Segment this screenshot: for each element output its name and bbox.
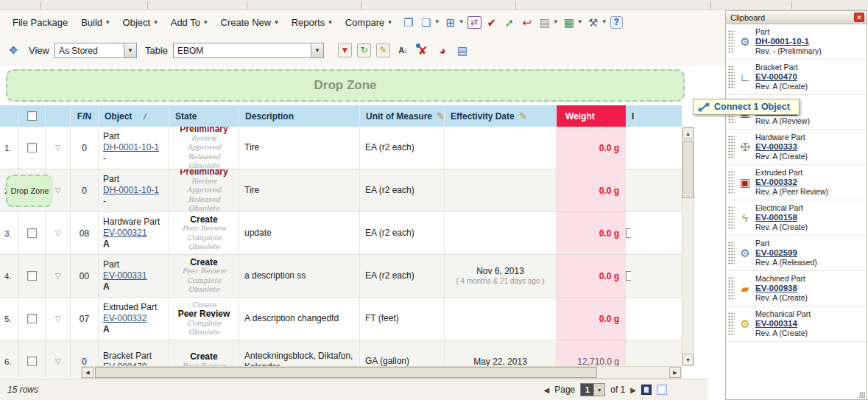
table-select[interactable]: EBOM ▼	[173, 43, 324, 58]
table-select-arrow-icon[interactable]: ▼	[311, 43, 323, 57]
column-header-object[interactable]: Object/	[99, 105, 169, 127]
clipboard-item[interactable]: ∟Bracket PartEV-000470Rev. A (Create)	[726, 60, 867, 95]
export-icon[interactable]: ▦	[562, 15, 576, 29]
menu-item-file-package[interactable]: File Package	[6, 14, 74, 31]
drag-handle[interactable]	[728, 136, 735, 158]
column-header-state[interactable]: State	[169, 105, 239, 127]
swap-icon[interactable]: ⇄	[467, 16, 481, 29]
drop-zone[interactable]: Drop Zone	[6, 69, 685, 102]
row-checkbox[interactable]	[27, 314, 37, 323]
menu-item-add-to[interactable]: Add To▾	[164, 14, 214, 31]
clipboard-item-id-link[interactable]: EV-002599	[755, 248, 817, 258]
chevron-down-icon[interactable]: ▼	[601, 15, 607, 29]
object-id-link[interactable]: DH-0001-10-1	[103, 142, 159, 153]
column-settings-icon[interactable]: ▤	[455, 43, 470, 57]
clipboard-item-id-link[interactable]: EV-000332	[755, 178, 828, 187]
undo-arrow-icon[interactable]: ↩	[520, 15, 534, 29]
resize-grip[interactable]	[859, 392, 865, 398]
pager-prev-icon[interactable]: ◀	[544, 386, 550, 394]
row-checkbox[interactable]	[27, 357, 37, 366]
scroll-left-icon[interactable]: ◀	[82, 367, 93, 378]
row-drop-zone-cell[interactable]: Drop Zone	[6, 175, 53, 207]
drag-handle[interactable]	[728, 171, 735, 194]
chevron-down-icon[interactable]: ▼	[459, 15, 465, 29]
vertical-scroll-thumb[interactable]	[682, 141, 694, 198]
column-header-fn[interactable]: F/N	[71, 105, 99, 127]
pin-icon[interactable]: ✘	[415, 43, 430, 57]
clipboard-item[interactable]: ▣Extruded PartEV-000332Rev. A (Peer Revi…	[726, 165, 867, 200]
table-horizontal-scrollbar[interactable]: ◀ ▶	[81, 366, 682, 379]
pager-next-icon[interactable]: ▶	[630, 386, 636, 394]
copy-icon[interactable]: ❏	[419, 15, 434, 29]
table-vertical-scrollbar[interactable]: ▲ ▼	[682, 127, 694, 366]
column-header-partial[interactable]: I	[626, 105, 635, 127]
select-all-checkbox[interactable]	[27, 111, 37, 121]
chevron-down-icon[interactable]: ▼	[553, 15, 559, 29]
row-menu-icon[interactable]: ▽	[46, 212, 71, 254]
row-checkbox[interactable]	[27, 143, 37, 152]
clipboard-item-id-link[interactable]: DH-0001-10-1	[755, 37, 822, 46]
column-header-rowmenu[interactable]	[46, 105, 71, 127]
redo-arrow-icon[interactable]: ➚	[502, 15, 517, 29]
sort-az-icon[interactable]: A↓	[395, 43, 410, 57]
object-id-link[interactable]: DH-0001-10-1	[103, 185, 159, 196]
drag-handle[interactable]	[728, 312, 735, 335]
structure-icon[interactable]: ⊞	[443, 15, 458, 29]
help-icon[interactable]: ?	[610, 16, 623, 29]
clipboard-item[interactable]: ⚙PartEV-002599Rev. A (Released)	[726, 236, 867, 271]
menu-item-create-new[interactable]: Create New▾	[214, 14, 285, 31]
edit-icon[interactable]: ✎	[376, 43, 390, 57]
table-row[interactable]: 2.▽Drop Zone0PartDH-0001-10-1-Preliminar…	[0, 169, 682, 212]
clipboard-item[interactable]: ϟElectrical PartEV-000158Rev. A (Create)	[726, 200, 867, 236]
column-header-weight[interactable]: Weight	[557, 105, 626, 127]
pie-chart-icon[interactable]: ◕	[435, 43, 450, 57]
check-icon[interactable]: ✔	[484, 15, 499, 29]
drag-handle[interactable]	[728, 206, 735, 229]
row-checkbox[interactable]	[27, 228, 37, 238]
drag-handle[interactable]	[728, 66, 735, 88]
clipboard-item[interactable]: ▰Machined PartEV-000938Rev. A (Create)	[726, 271, 867, 306]
menu-item-object[interactable]: Object▾	[116, 14, 164, 31]
clipboard-item-id-link[interactable]: EV-000314	[755, 319, 811, 329]
drag-handle[interactable]	[728, 30, 735, 53]
page-layout-icon-selected[interactable]	[641, 385, 652, 395]
table-row[interactable]: 1.▽Drop Zone0PartDH-0001-10-1-Preliminar…	[0, 127, 682, 169]
object-id-link[interactable]: EV-000321	[103, 228, 147, 239]
clipboard-item[interactable]: ⚙Mechanical PartEV-000314Rev. A (Create)	[726, 306, 867, 342]
drag-handle[interactable]	[728, 242, 735, 264]
menu-item-build[interactable]: Build▾	[74, 14, 116, 31]
chevron-down-icon[interactable]: ▼	[577, 15, 583, 29]
row-menu-icon[interactable]: ▽	[46, 127, 71, 169]
refresh-icon[interactable]: ↻	[357, 43, 371, 57]
page-select-arrow-icon[interactable]: ▼	[593, 384, 604, 396]
scroll-right-icon[interactable]: ▶	[669, 367, 681, 378]
chevron-down-icon[interactable]: ▼	[434, 15, 440, 29]
menu-item-compare[interactable]: Compare▾	[339, 14, 398, 31]
print-icon[interactable]: ▤	[537, 15, 552, 29]
clipboard-item-id-link[interactable]: EV-000938	[755, 284, 808, 293]
filter-icon[interactable]: ▼	[338, 43, 352, 57]
row-menu-icon[interactable]: ▽	[46, 298, 71, 340]
close-icon[interactable]: ✕	[854, 13, 864, 22]
clipboard-item[interactable]: ✠Hardware PartEV-000333Rev. A (Create)	[726, 130, 867, 165]
view-select[interactable]: As Stored ▼	[54, 43, 137, 58]
tools-icon[interactable]: ⚒	[586, 15, 601, 29]
drag-handle[interactable]	[728, 277, 735, 300]
column-header-uom[interactable]: Unit of Measure✎	[360, 105, 445, 127]
page-number-select[interactable]: 1 ▼	[580, 383, 605, 396]
maximize-icon[interactable]: ✥	[6, 43, 21, 57]
horizontal-scroll-thumb[interactable]	[95, 367, 597, 378]
table-row[interactable]: 4.▽Drop Zone00PartEV-000331ACreatePeer R…	[0, 255, 682, 298]
windows-icon[interactable]: ❐	[401, 15, 416, 29]
table-row[interactable]: 5.▽Drop Zone07Extruded PartEV-000332ACre…	[0, 298, 682, 340]
row-checkbox[interactable]	[27, 271, 37, 281]
menu-item-reports[interactable]: Reports▾	[285, 14, 339, 31]
column-header-num[interactable]	[0, 105, 19, 127]
object-id-link[interactable]: EV-000331	[103, 270, 147, 281]
clipboard-item-id-link[interactable]: EV-000470	[755, 72, 808, 82]
column-header-desc[interactable]: Description	[239, 105, 360, 127]
column-header-eff[interactable]: Effectivity Date✎	[445, 105, 557, 127]
column-header-check[interactable]	[19, 105, 46, 127]
clipboard-item-id-link[interactable]: EV-000158	[755, 213, 808, 222]
clipboard-item-id-link[interactable]: EV-000333	[755, 142, 808, 152]
